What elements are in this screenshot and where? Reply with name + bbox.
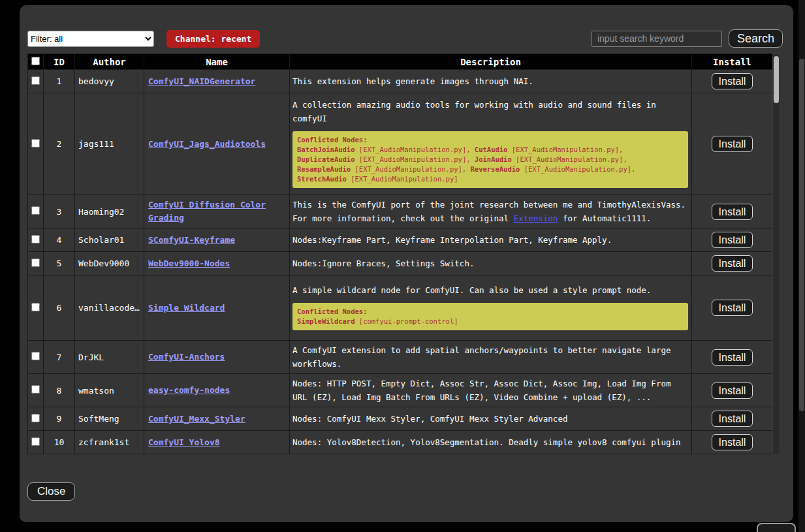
table-scrollbar-thumb[interactable]	[774, 56, 779, 103]
row-name-cell: Simple Wildcard	[144, 275, 290, 341]
row-select-cell	[28, 341, 44, 374]
row-description: Nodes: ComfyUI Mexx Styler, ComfyUI Mexx…	[292, 412, 689, 426]
partial-hidden-button[interactable]	[757, 523, 796, 532]
install-button[interactable]: Install	[712, 434, 753, 450]
row-name-link[interactable]: ComfyUI_Jags_Audiotools	[148, 139, 266, 149]
row-install-cell: Install	[692, 228, 773, 252]
row-name-link[interactable]: easy-comfy-nodes	[148, 385, 230, 395]
header-select	[28, 54, 44, 70]
row-select-cell	[28, 252, 44, 275]
row-description-cell: Nodes:Ignore Braces, Settings Switch.	[290, 252, 692, 275]
row-name-link[interactable]: ComfyUI_Mexx_Styler	[148, 414, 245, 424]
row-checkbox[interactable]	[31, 76, 40, 85]
row-description: Nodes: Yolov8Detection, Yolov8Segmentati…	[292, 435, 689, 449]
row-select-cell	[28, 407, 44, 431]
row-description: This is the ComfyUI port of the joint re…	[292, 198, 689, 225]
row-name-cell: ComfyUI_Jags_Audiotools	[144, 93, 290, 195]
install-button[interactable]: Install	[712, 349, 753, 366]
channel-badge: Channel: recent	[166, 30, 260, 48]
row-name-link[interactable]: ComfyUI_NAIDGenerator	[148, 76, 255, 86]
description-link[interactable]: Extension	[514, 213, 558, 223]
row-checkbox[interactable]	[31, 414, 40, 422]
row-install-cell: Install	[692, 195, 773, 228]
row-checkbox[interactable]	[31, 385, 40, 394]
row-name-link[interactable]: ComfyUI Yolov8	[148, 437, 220, 447]
row-id: 8	[44, 374, 75, 407]
table-scrollbar[interactable]	[772, 54, 780, 454]
table-row: 4 Scholar01 SComfyUI-Keyframe Nodes:Keyf…	[28, 228, 773, 252]
install-button[interactable]: Install	[712, 383, 753, 399]
row-select-cell	[28, 93, 44, 195]
row-author: zcfrank1st	[75, 431, 144, 454]
row-name-link[interactable]: WebDev9000-Nodes	[148, 258, 230, 268]
row-install-cell: Install	[692, 341, 773, 374]
filter-select[interactable]: Filter: all	[27, 31, 154, 47]
row-name-link[interactable]: ComfyUI-Anchors	[148, 352, 225, 362]
row-id: 1	[44, 70, 75, 93]
row-install-cell: Install	[692, 374, 773, 407]
row-description-cell: A collection amazing audio tools for wor…	[290, 93, 692, 195]
close-button[interactable]: Close	[27, 482, 75, 501]
row-id: 5	[44, 252, 75, 275]
table-row: 10 zcfrank1st ComfyUI Yolov8 Nodes: Yolo…	[28, 431, 773, 454]
row-description: Nodes: HTTP POST, Empty Dict, Assoc Str,…	[292, 377, 689, 404]
install-button[interactable]: Install	[712, 73, 753, 89]
row-description-cell: A ComfyUI extension to add spatial ancho…	[290, 341, 692, 374]
row-select-cell	[28, 374, 44, 407]
row-name-link[interactable]: Simple Wildcard	[148, 303, 225, 313]
row-description-cell: Nodes: Yolov8Detection, Yolov8Segmentati…	[290, 431, 692, 454]
install-button[interactable]: Install	[712, 255, 753, 272]
row-checkbox[interactable]	[31, 235, 40, 243]
row-name-cell: ComfyUI-Anchors	[144, 341, 290, 374]
row-id: 3	[44, 195, 75, 228]
conflict-title: Conflicted Nodes:	[297, 136, 367, 144]
select-all-checkbox[interactable]	[31, 57, 40, 65]
conflict-title: Conflicted Nodes:	[297, 307, 367, 315]
conflict-box: Conflicted Nodes: BatchJoinAudio [EXT_Au…	[292, 131, 688, 188]
row-description-cell: Nodes: ComfyUI Mexx Styler, ComfyUI Mexx…	[290, 407, 692, 431]
row-description-cell: Nodes: HTTP POST, Empty Dict, Assoc Str,…	[290, 374, 692, 407]
row-checkbox[interactable]	[31, 206, 40, 215]
table-row: 1 bedovyy ComfyUI_NAIDGenerator This ext…	[28, 70, 773, 93]
row-checkbox[interactable]	[31, 303, 40, 311]
row-author: Scholar01	[75, 228, 144, 252]
row-name-cell: ComfyUI Yolov8	[144, 431, 290, 454]
header-name: Name	[144, 54, 290, 70]
row-author: WebDev9000	[75, 252, 144, 275]
page-scrollbar[interactable]	[798, 0, 805, 532]
search-button[interactable]: Search	[729, 29, 783, 48]
row-description-cell: This extension helps generate images thr…	[290, 70, 692, 93]
row-description: A ComfyUI extension to add spatial ancho…	[292, 343, 689, 371]
row-install-cell: Install	[692, 431, 773, 454]
row-id: 6	[44, 275, 75, 341]
table-row: 8 wmatson easy-comfy-nodes Nodes: HTTP P…	[28, 374, 773, 407]
install-button[interactable]: Install	[712, 204, 753, 220]
row-name-link[interactable]: ComfyUI Diffusion Color Grading	[148, 200, 266, 223]
row-name-cell: ComfyUI_Mexx_Styler	[144, 407, 290, 431]
search-input[interactable]	[592, 31, 722, 47]
table-row: 6 vanillacode… Simple Wildcard A simple …	[28, 275, 773, 341]
install-button[interactable]: Install	[712, 232, 753, 248]
row-author: vanillacode…	[75, 275, 144, 341]
table-row: 9 SoftMeng ComfyUI_Mexx_Styler Nodes: Co…	[28, 407, 773, 431]
row-select-cell	[28, 431, 44, 454]
row-install-cell: Install	[692, 252, 773, 275]
row-checkbox[interactable]	[31, 139, 40, 148]
install-button[interactable]: Install	[712, 300, 753, 316]
page-scrollbar-thumb[interactable]	[799, 59, 804, 411]
row-checkbox[interactable]	[31, 352, 40, 360]
install-button[interactable]: Install	[712, 136, 753, 152]
row-name-cell: easy-comfy-nodes	[144, 374, 290, 407]
row-checkbox[interactable]	[31, 437, 40, 446]
row-select-cell	[28, 70, 44, 93]
row-id: 10	[44, 431, 75, 454]
row-id: 9	[44, 407, 75, 431]
row-name-link[interactable]: SComfyUI-Keyframe	[148, 235, 235, 245]
table-row: 2 jags111 ComfyUI_Jags_Audiotools A coll…	[28, 93, 773, 195]
header-id: ID	[44, 54, 75, 70]
row-name-cell: ComfyUI_NAIDGenerator	[144, 70, 290, 93]
row-checkbox[interactable]	[31, 258, 40, 267]
install-button[interactable]: Install	[712, 411, 753, 427]
nodes-table: ID Author Name Description Install 1 bed…	[27, 54, 780, 454]
row-name-cell: SComfyUI-Keyframe	[144, 228, 290, 252]
